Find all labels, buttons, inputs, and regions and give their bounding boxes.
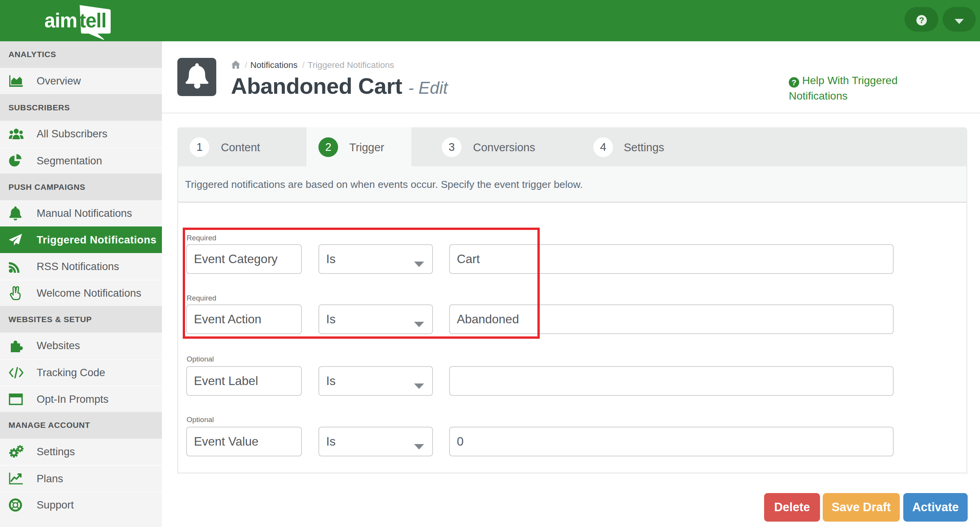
svg-text:aim: aim xyxy=(45,10,77,32)
svg-text:tell: tell xyxy=(79,10,106,32)
